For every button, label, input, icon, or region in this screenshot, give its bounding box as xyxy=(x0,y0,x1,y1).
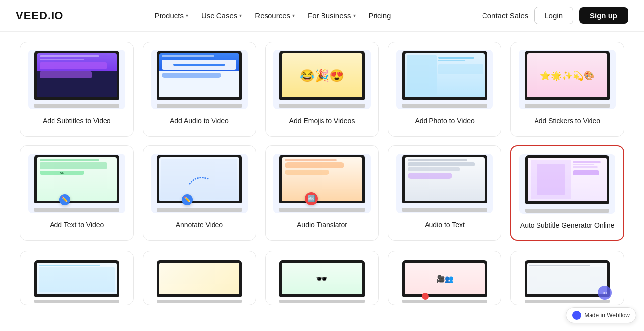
nav-resources[interactable]: Resources ▾ xyxy=(250,7,300,24)
webflow-badge[interactable]: Made in Webflow xyxy=(566,307,636,315)
card-annotate[interactable]: ✏️ Annotate Video xyxy=(143,145,257,241)
card-label: Audio to Text xyxy=(425,220,465,230)
card-label: Audio Translator xyxy=(297,220,347,230)
navbar: VEED.IO Products ▾ Use Cases ▾ Resources… xyxy=(0,0,644,32)
webflow-label: Made in Webflow xyxy=(584,312,630,315)
card-label: Add Photo to Video xyxy=(415,116,474,126)
nav-pricing[interactable]: Pricing xyxy=(364,7,396,24)
card-label: Add Emojis to Videos xyxy=(289,116,355,126)
chevron-down-icon: ▾ xyxy=(353,13,356,18)
chevron-down-icon: ▾ xyxy=(186,13,188,18)
partial-card-5[interactable]: ∞ xyxy=(510,251,624,305)
card-auto-subtitle[interactable]: Auto Subtitle Generator Online xyxy=(510,145,624,241)
contact-sales-link[interactable]: Contact Sales xyxy=(482,11,528,20)
card-audio-to-text[interactable]: Audio to Text xyxy=(388,145,502,241)
card-add-text[interactable]: Aa ✏️ Add Text to Video xyxy=(20,145,134,241)
card-add-photo[interactable]: Add Photo to Video xyxy=(388,42,502,137)
card-thumb: 😂🎉😍 xyxy=(273,50,371,109)
chevron-down-icon: ▾ xyxy=(292,13,295,18)
card-label: Add Stickers to Video xyxy=(534,116,600,126)
card-label: Auto Subtitle Generator Online xyxy=(520,221,615,231)
nav-products[interactable]: Products ▾ xyxy=(150,7,193,24)
partial-card-1[interactable] xyxy=(20,251,134,305)
card-add-subtitles[interactable]: Add Subtitles to Video xyxy=(20,42,134,137)
partial-card-4[interactable]: 🎥👥 xyxy=(388,251,502,305)
card-thumb xyxy=(151,50,248,109)
card-thumb xyxy=(396,154,493,213)
partial-card-2[interactable] xyxy=(143,251,257,305)
card-thumb: ⭐🌟✨💫🎨 xyxy=(519,50,616,109)
card-label: Annotate Video xyxy=(176,220,223,230)
card-add-audio[interactable]: Add Audio to Video xyxy=(143,42,257,137)
card-label: Add Text to Video xyxy=(50,220,104,230)
nav-use-cases[interactable]: Use Cases ▾ xyxy=(196,7,247,24)
webflow-icon xyxy=(572,311,581,315)
card-thumb xyxy=(28,50,125,109)
card-thumb xyxy=(396,50,493,109)
chevron-down-icon: ▾ xyxy=(239,13,242,18)
card-label: Add Audio to Video xyxy=(170,116,229,126)
cards-grid: Add Subtitles to Video xyxy=(0,32,644,251)
nav-for-business[interactable]: For Business ▾ xyxy=(303,7,361,24)
card-thumb: Aa ✏️ xyxy=(28,154,125,213)
login-button[interactable]: Login xyxy=(534,7,573,24)
signup-button[interactable]: Sign up xyxy=(579,7,628,24)
nav-right: Contact Sales Login Sign up xyxy=(482,7,628,24)
partial-card-3[interactable]: 🕶️ xyxy=(265,251,379,305)
nav-links: Products ▾ Use Cases ▾ Resources ▾ For B… xyxy=(150,7,396,24)
card-add-stickers[interactable]: ⭐🌟✨💫🎨 Add Stickers to Video xyxy=(510,42,624,137)
card-thumb: 🔤 xyxy=(273,154,371,213)
card-audio-translator[interactable]: 🔤 Audio Translator xyxy=(265,145,379,241)
logo[interactable]: VEED.IO xyxy=(16,9,63,22)
card-label: Add Subtitles to Video xyxy=(43,116,111,126)
partial-cards-row: 🕶️ 🎥👥 xyxy=(0,251,644,315)
card-add-emojis[interactable]: 😂🎉😍 Add Emojis to Videos xyxy=(265,42,379,137)
card-thumb xyxy=(519,154,615,214)
card-thumb: ✏️ xyxy=(151,154,248,213)
